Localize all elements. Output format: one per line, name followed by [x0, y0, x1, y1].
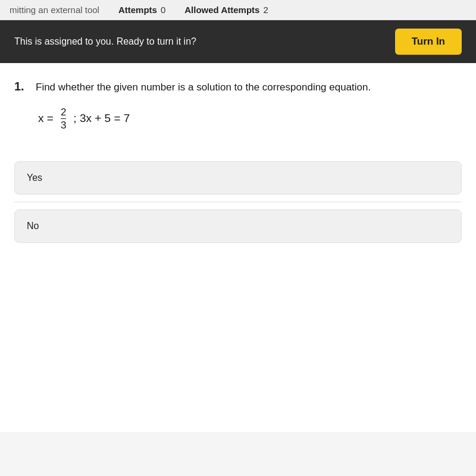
equation-left: x = [38, 112, 54, 125]
attempts-stat: Attempts 0 [118, 5, 165, 15]
fraction-denominator: 3 [61, 119, 66, 130]
submitting-label: mitting an external tool [10, 5, 99, 15]
allowed-attempts-label: Allowed Attempts [184, 5, 259, 15]
allowed-attempts-value: 2 [263, 5, 268, 15]
fraction: 2 3 [61, 107, 66, 130]
answer-option-no[interactable]: No [14, 209, 462, 243]
separator [14, 202, 462, 202]
attempts-value: 0 [161, 5, 165, 15]
fraction-numerator: 2 [61, 107, 66, 119]
assignment-message: This is assigned to you. Ready to turn i… [14, 36, 196, 47]
top-bar: mitting an external tool Attempts 0 Allo… [0, 0, 476, 20]
equation-right: ; 3x + 5 = 7 [73, 112, 130, 125]
assignment-banner: This is assigned to you. Ready to turn i… [0, 20, 476, 63]
question-body: Find whether the given number is a solut… [36, 80, 462, 147]
answer-option-yes[interactable]: Yes [14, 161, 462, 195]
allowed-attempts-stat: Allowed Attempts 2 [184, 5, 268, 15]
turn-in-button[interactable]: Turn In [395, 29, 462, 55]
question-text: Find whether the given number is a solut… [36, 80, 462, 95]
question-container: 1. Find whether the given number is a so… [14, 80, 462, 147]
equation-block: x = 2 3 ; 3x + 5 = 7 [36, 107, 462, 130]
content-area: 1. Find whether the given number is a so… [0, 63, 476, 432]
attempts-label: Attempts [118, 5, 157, 15]
question-number: 1. [14, 80, 29, 147]
